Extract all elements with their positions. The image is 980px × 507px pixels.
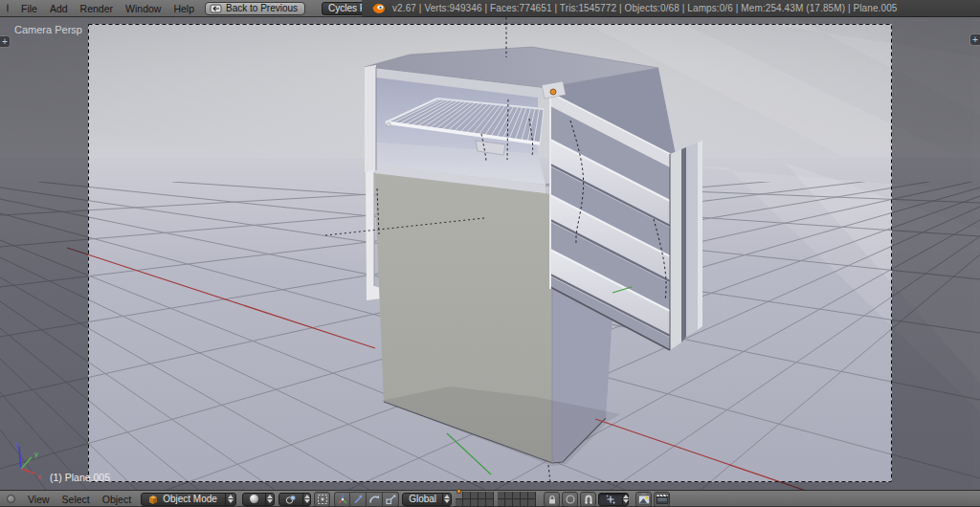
rotate-arc-icon [368, 494, 380, 505]
pivot-point-select[interactable] [278, 493, 311, 506]
scale-manipulator-button[interactable] [383, 492, 399, 507]
translate-manipulator-button[interactable] [350, 492, 367, 507]
object-mode-cube-icon [147, 494, 159, 505]
snap-toggle-button[interactable] [580, 492, 596, 507]
layer-toggle[interactable] [498, 499, 505, 507]
blender-window: File Add Render Window Help Back to Prev… [0, 0, 980, 507]
render-image-icon [637, 493, 651, 505]
menu-file[interactable]: File [21, 3, 37, 14]
blender-logo-icon [371, 2, 386, 14]
scale-box-icon [385, 494, 396, 505]
layer-toggle[interactable] [486, 499, 494, 507]
layer-toggle[interactable] [505, 499, 513, 507]
proportional-circle-icon [565, 494, 576, 505]
axis-z-label: z [15, 440, 19, 449]
info-header: File Add Render Window Help Back to Prev… [0, 0, 980, 17]
layer-toggle[interactable] [521, 499, 528, 507]
back-to-previous-button[interactable]: Back to Previous [205, 2, 305, 15]
active-object-label: (1) Plane.005 [50, 472, 110, 483]
pivot-point-icon [285, 494, 297, 505]
stepper-arrows-icon[interactable] [622, 494, 629, 505]
3d-viewport[interactable]: Camera Persp (1) Plane.005 + + z y x [0, 17, 980, 490]
interaction-mode-value: Object Mode [163, 494, 217, 504]
viewport-header: View Select Object Object Mode [0, 490, 980, 507]
menu-add[interactable]: Add [50, 3, 68, 14]
layer-toggle[interactable] [456, 499, 463, 507]
layer-toggle[interactable] [456, 492, 463, 499]
proportional-edit-button[interactable] [562, 492, 578, 507]
menu-render[interactable]: Render [80, 3, 113, 14]
center-points-icon [317, 494, 328, 505]
layer-toggle[interactable] [513, 499, 521, 507]
layer-toggle[interactable] [498, 492, 505, 499]
layer-toggle[interactable] [471, 499, 479, 507]
scene-canvas [0, 17, 980, 490]
stepper-arrows-icon[interactable] [442, 494, 451, 505]
manipulator-axis-icon [337, 494, 348, 505]
scene-statistics: v2.67 | Verts:949346 | Faces:774651 | Tr… [392, 3, 897, 13]
back-to-previous-label: Back to Previous [226, 3, 298, 13]
rotate-manipulator-button[interactable] [367, 492, 383, 507]
transform-orientation-select[interactable]: Global [402, 493, 452, 506]
viewport-menu-collapse-icon[interactable] [7, 495, 15, 503]
back-icon [210, 4, 222, 13]
transform-orientation-value: Global [403, 494, 442, 504]
snap-element-select[interactable] [598, 493, 629, 506]
layers-widget-left [456, 492, 494, 507]
opengl-render-anim-button[interactable] [654, 492, 670, 507]
menu-help[interactable]: Help [173, 3, 194, 14]
stepper-arrows-icon[interactable] [225, 494, 235, 505]
menu-select[interactable]: Select [62, 494, 90, 505]
translate-arrow-icon [352, 494, 364, 505]
layer-toggle[interactable] [505, 492, 513, 499]
layer-toggle[interactable] [513, 492, 521, 499]
lock-to-scene-button[interactable] [544, 492, 560, 507]
viewport-shading-select[interactable] [242, 493, 275, 506]
mini-axis-gizmo: z y x [5, 438, 49, 484]
menu-object[interactable]: Object [102, 494, 131, 505]
layer-toggle[interactable] [471, 492, 479, 499]
layer-toggle[interactable] [528, 499, 536, 507]
manipulator-group [334, 492, 399, 507]
view-mode-label: Camera Persp [14, 24, 82, 35]
manipulate-center-points-toggle[interactable] [314, 492, 330, 507]
menu-window[interactable]: Window [125, 3, 161, 14]
interaction-mode-select[interactable]: Object Mode [141, 493, 236, 506]
layer-toggle[interactable] [463, 492, 471, 499]
opengl-render-button[interactable] [635, 492, 652, 507]
lock-icon [546, 494, 558, 505]
layer-toggle[interactable] [479, 492, 486, 499]
layer-toggle[interactable] [463, 499, 471, 507]
menu-view[interactable]: View [28, 494, 50, 505]
clapperboard-icon [656, 493, 669, 505]
object-origin-dot [550, 89, 556, 95]
info-header-left: File Add Render Window Help Back to Prev… [0, 0, 362, 17]
info-header-right: v2.67 | Verts:949346 | Faces:774651 | Tr… [362, 0, 980, 17]
axis-x-label: x [37, 473, 41, 481]
axis-y-label: y [34, 450, 38, 458]
properties-expand-tab[interactable]: + [969, 33, 980, 46]
layer-toggle[interactable] [479, 499, 486, 507]
manipulator-toggle-button[interactable] [334, 492, 350, 507]
layer-toggle[interactable] [486, 492, 494, 499]
stepper-arrows-icon[interactable] [302, 494, 310, 505]
editor-menu-collapse-icon[interactable] [7, 4, 9, 12]
toolshelf-expand-tab[interactable]: + [0, 35, 11, 48]
layers-widget-right [498, 492, 536, 507]
layer-toggle[interactable] [528, 492, 536, 499]
layer-objects-dot [457, 489, 461, 494]
magnet-icon [583, 494, 594, 505]
stepper-arrows-icon[interactable] [265, 494, 274, 505]
shading-sphere-icon [249, 494, 259, 504]
layer-toggle[interactable] [521, 492, 528, 499]
snap-increment-icon [605, 494, 616, 505]
